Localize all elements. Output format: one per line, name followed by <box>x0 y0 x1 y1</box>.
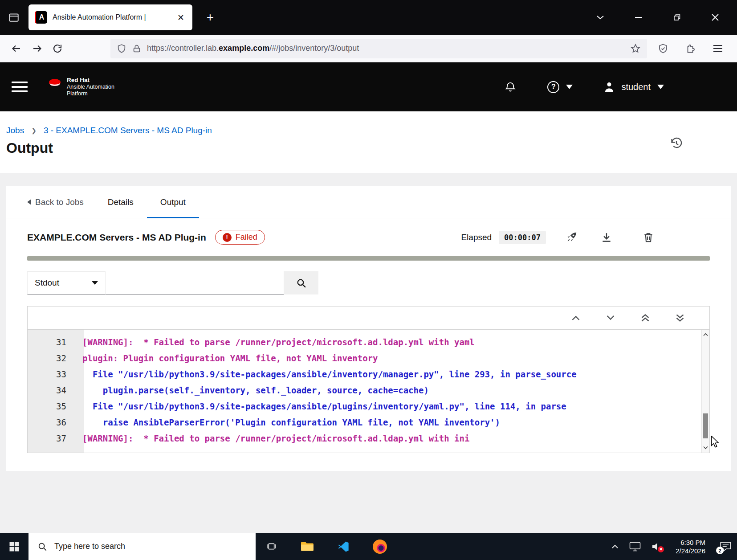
scrollbar-thumb[interactable] <box>703 413 708 438</box>
tab-bar: Back to Jobs Details Output <box>6 186 731 218</box>
windows-logo-icon <box>9 541 20 552</box>
shield-icon[interactable] <box>117 43 126 54</box>
line-number: 35 <box>28 401 75 411</box>
restore-icon <box>673 13 681 21</box>
breadcrumb-job-link[interactable]: 3 - EXAMPLE.COM Servers - MS AD Plug-in <box>44 126 212 135</box>
back-button[interactable] <box>6 39 27 58</box>
tab-output[interactable]: Output <box>147 186 199 218</box>
output-line: 37[WARNING]: * Failed to parse /runner/p… <box>28 430 700 446</box>
output-panel: 31[WARNING]: * Failed to parse /runner/p… <box>27 306 710 453</box>
output-filter-select[interactable]: Stdout <box>27 271 106 294</box>
output-line: 32plugin: Plugin configuration YAML file… <box>28 350 700 366</box>
relaunch-button[interactable] <box>566 231 578 243</box>
chevron-up-icon <box>571 315 580 321</box>
tray-date: 2/24/2026 <box>676 547 705 555</box>
file-explorer-icon[interactable] <box>301 541 314 552</box>
list-tabs-button[interactable] <box>593 10 608 25</box>
output-log: 31[WARNING]: * Failed to parse /runner/p… <box>28 330 709 453</box>
line-number: 36 <box>28 417 75 427</box>
double-chevron-up-icon <box>641 314 650 322</box>
job-title: EXAMPLE.COM Servers - MS AD Plug-in <box>27 232 206 243</box>
url-bar[interactable]: https://controller.lab.example.com/#/job… <box>110 39 647 58</box>
tab-back-to-jobs[interactable]: Back to Jobs <box>27 186 84 218</box>
redhat-logo-icon <box>47 77 62 88</box>
network-icon[interactable] <box>629 541 641 552</box>
notifications-bell-icon[interactable] <box>505 81 516 93</box>
reload-button[interactable] <box>47 39 68 58</box>
page-head: Jobs ❯ 3 - EXAMPLE.COM Servers - MS AD P… <box>0 111 737 173</box>
job-output-card: Back to Jobs Details Output EXAMPLE.COM … <box>6 186 731 471</box>
window-close-button[interactable] <box>708 10 723 25</box>
app-header: Red Hat Ansible Automation Platform ? st… <box>0 62 737 111</box>
brand: Red Hat Ansible Automation Platform <box>47 77 114 98</box>
chevron-down-icon <box>596 15 604 20</box>
output-line: 33 File "/usr/lib/python3.9/site-package… <box>28 366 700 382</box>
start-button[interactable] <box>0 533 29 560</box>
page-title: Output <box>6 140 737 156</box>
download-output-button[interactable] <box>601 232 612 243</box>
window-minimize-button[interactable] <box>631 10 646 25</box>
page-content: Jobs ❯ 3 - EXAMPLE.COM Servers - MS AD P… <box>0 111 737 533</box>
scrollbar-up-arrow-icon[interactable] <box>702 331 709 339</box>
delete-job-button[interactable] <box>643 232 654 243</box>
job-progress-bar <box>27 256 710 261</box>
scroll-down-button[interactable] <box>606 315 615 321</box>
trash-icon <box>643 232 654 243</box>
tab-details[interactable]: Details <box>94 186 147 218</box>
tab-close-icon[interactable]: ✕ <box>175 12 186 23</box>
scroll-to-bottom-button[interactable] <box>676 314 684 322</box>
download-icon <box>601 232 612 243</box>
scroll-up-button[interactable] <box>571 315 580 321</box>
line-text: [WARNING]: * Failed to parse /runner/pro… <box>75 433 469 443</box>
scroll-to-top-button[interactable] <box>641 314 650 322</box>
output-search-input[interactable] <box>106 271 284 294</box>
elapsed-label: Elapsed <box>461 233 492 242</box>
help-icon: ? <box>547 81 559 93</box>
breadcrumb-jobs-link[interactable]: Jobs <box>6 126 24 135</box>
notification-count-badge: 2 <box>716 547 724 554</box>
taskbar-clock[interactable]: 6:30 PM 2/24/2026 <box>676 538 705 555</box>
action-center-icon[interactable]: 2 <box>720 541 732 552</box>
task-view-icon[interactable] <box>265 540 277 552</box>
history-button[interactable] <box>670 137 683 150</box>
output-search-button[interactable] <box>284 271 318 294</box>
brand-line2: Ansible Automation <box>67 84 114 90</box>
nav-toggle-button[interactable] <box>12 82 28 92</box>
mute-badge-icon: ✕ <box>658 546 664 552</box>
user-menu[interactable]: student <box>604 81 664 93</box>
forward-button[interactable] <box>27 39 47 58</box>
browser-tab[interactable]: A Ansible Automation Platform | ✕ <box>29 4 192 30</box>
firefox-view-button[interactable] <box>4 8 23 27</box>
line-number: 31 <box>28 337 75 347</box>
rocket-icon <box>566 231 578 243</box>
extensions-puzzle-icon[interactable] <box>685 43 696 54</box>
exclamation-circle-icon: ! <box>223 233 232 242</box>
vscode-icon[interactable] <box>337 540 350 553</box>
forward-arrow-icon <box>32 43 42 54</box>
output-line: 35 File "/usr/lib/python3.9/site-package… <box>28 398 700 414</box>
tray-expand-chevron-icon[interactable] <box>611 544 619 549</box>
tab-title: Ansible Automation Platform | <box>53 13 170 21</box>
firefox-icon[interactable] <box>373 540 387 554</box>
scrollbar-down-arrow-icon[interactable] <box>702 444 709 452</box>
shield-check-icon[interactable] <box>658 43 668 54</box>
volume-muted-icon[interactable]: ✕ <box>651 542 661 551</box>
caret-down-icon <box>92 281 98 285</box>
close-icon <box>712 14 719 21</box>
windows-taskbar: ✕ 6:30 PM 2/24/2026 2 <box>0 533 737 560</box>
taskbar-search-input[interactable] <box>54 542 247 551</box>
lock-icon[interactable] <box>132 43 142 54</box>
window-restore-button[interactable] <box>669 10 684 25</box>
output-controls: Stdout <box>27 271 710 294</box>
user-name: student <box>621 82 651 92</box>
help-menu[interactable]: ? <box>547 81 573 93</box>
new-tab-button[interactable]: + <box>201 8 219 26</box>
history-icon <box>670 137 683 150</box>
menu-hamburger-icon[interactable] <box>713 45 723 53</box>
taskbar-search[interactable] <box>29 533 256 560</box>
output-scrollbar[interactable] <box>701 330 709 453</box>
output-line: 31[WARNING]: * Failed to parse /runner/p… <box>28 334 700 350</box>
reload-icon <box>52 43 63 54</box>
bookmark-star-icon[interactable] <box>630 43 641 54</box>
search-icon <box>37 542 47 552</box>
